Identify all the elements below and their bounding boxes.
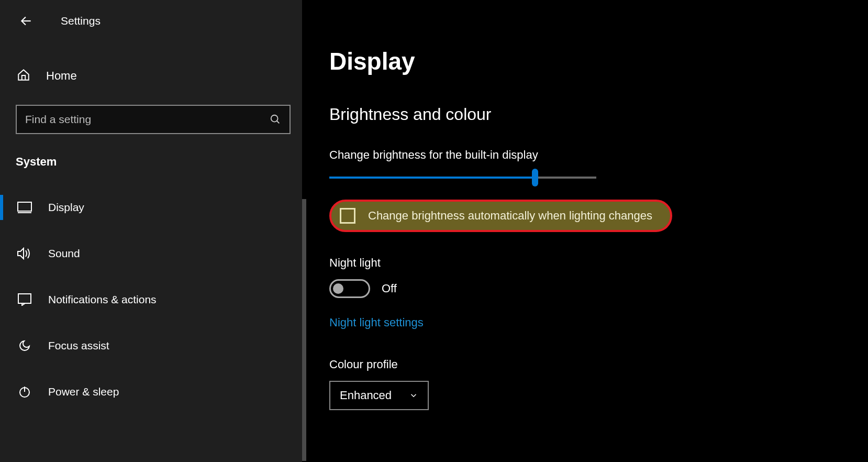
nav-home-label: Home [46,69,77,83]
app-title: Settings [61,15,101,27]
svg-rect-6 [18,294,31,303]
sidebar-item-label: Notifications & actions [48,293,157,306]
sidebar-item-notifications[interactable]: Notifications & actions [0,277,306,323]
svg-point-1 [271,115,278,122]
header-row: Settings [0,0,306,42]
sidebar-item-display[interactable]: Display [0,184,306,230]
back-button[interactable] [16,10,37,31]
sidebar-item-label: Focus assist [48,339,109,352]
sidebar-item-power-sleep[interactable]: Power & sleep [0,369,306,415]
sound-icon [17,247,32,260]
page-title: Display [329,47,868,75]
search-input[interactable] [25,113,270,126]
auto-brightness-checkbox[interactable] [340,208,355,224]
notifications-icon [17,293,32,306]
brightness-label: Change brightness for the built-in displ… [329,148,868,162]
slider-thumb[interactable] [532,169,538,186]
sidebar-item-sound[interactable]: Sound [0,230,306,277]
svg-line-2 [277,121,280,124]
sidebar-scrollbar-thumb[interactable] [302,199,306,461]
slider-fill [329,177,535,179]
sidebar-item-label: Power & sleep [48,386,119,398]
settings-sidebar: Settings Home System Display Sound [0,0,306,462]
night-light-settings-link[interactable]: Night light settings [329,316,424,329]
home-icon [17,68,30,84]
night-light-toggle[interactable] [329,279,370,298]
chevron-down-icon [409,391,418,400]
auto-brightness-label: Change brightness automatically when lig… [368,209,652,223]
colour-profile-value: Enhanced [340,389,392,402]
arrow-left-icon [19,14,33,28]
sidebar-item-label: Display [48,201,84,214]
brightness-slider[interactable] [329,171,596,184]
night-light-heading: Night light [329,256,868,270]
colour-profile-label: Colour profile [329,358,868,371]
main-content: Display Brightness and colour Change bri… [306,0,868,462]
colour-profile-dropdown[interactable]: Enhanced [329,381,429,410]
auto-brightness-checkbox-highlight: Change brightness automatically when lig… [329,200,672,232]
sidebar-item-focus-assist[interactable]: Focus assist [0,323,306,369]
night-light-toggle-row: Off [329,279,868,298]
nav-home[interactable]: Home [0,58,306,94]
moon-icon [17,339,32,352]
search-box[interactable] [16,105,291,134]
search-icon [270,114,281,125]
toggle-knob [333,283,343,294]
svg-marker-5 [18,248,24,259]
svg-rect-3 [18,202,31,211]
display-icon [17,202,32,213]
sidebar-category: System [16,155,306,169]
section-brightness-colour: Brightness and colour [329,105,868,124]
night-light-state: Off [382,282,397,295]
sidebar-item-label: Sound [48,247,80,260]
power-icon [17,386,32,398]
